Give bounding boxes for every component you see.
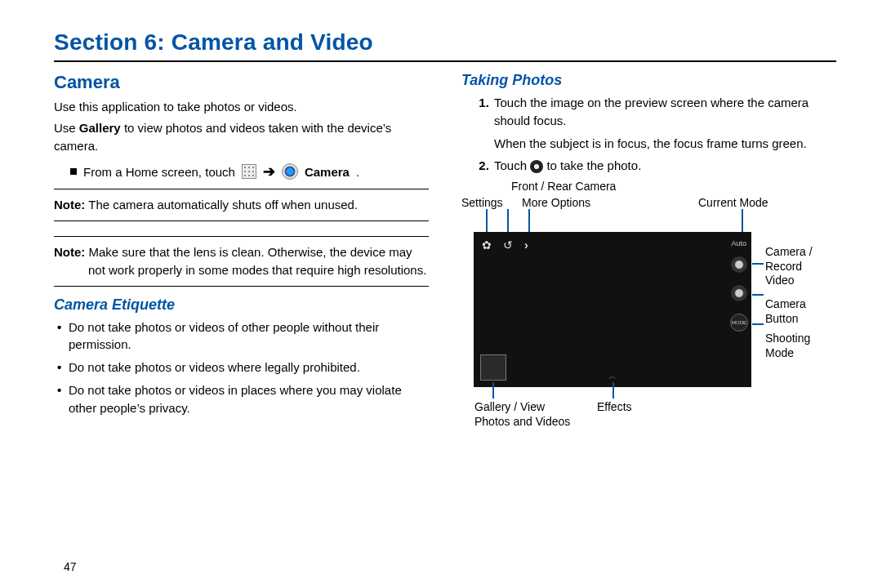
arrow-icon: ➔ — [263, 163, 275, 180]
label-camera-button: Camera Button — [765, 297, 822, 326]
list-item: Do not take photos or videos in places w… — [69, 381, 429, 417]
gear-icon: ✿ — [482, 238, 492, 252]
callout-line — [752, 263, 764, 265]
note1-label: Note: — [54, 198, 85, 212]
mode-indicator: Auto — [731, 239, 746, 247]
record-button-icon — [731, 256, 747, 273]
callout-line — [492, 382, 494, 399]
step2-post: to take the photo. — [546, 158, 641, 172]
chevron-up-icon: ︿ — [608, 371, 617, 382]
rule-1 — [54, 189, 429, 189]
nav-camera-label: Camera — [305, 165, 350, 179]
step-1: Touch the image on the preview screen wh… — [492, 94, 836, 152]
switch-camera-icon: ↺ — [503, 238, 513, 252]
note2-text: Make sure that the lens is clean. Otherw… — [85, 245, 426, 277]
square-bullet-icon — [70, 168, 77, 175]
callout-line — [752, 294, 764, 296]
steps-list: Touch the image on the preview screen wh… — [461, 94, 836, 175]
rule-2 — [54, 220, 429, 221]
camera-app-icon — [282, 163, 298, 180]
page-number: 47 — [64, 560, 77, 573]
rule-4 — [54, 286, 429, 287]
etiquette-list: Do not take photos or videos of other pe… — [54, 318, 429, 417]
label-front-rear: Front / Rear Camera — [511, 180, 616, 194]
camera-preview: ✿ ↺ › Auto MODE ︿ — [474, 232, 751, 387]
step-2: Touch to take the photo. — [492, 157, 836, 175]
label-camera-record: Camera / Record Video — [765, 245, 822, 288]
p2-bold: Gallery — [79, 121, 121, 135]
step1b: When the subject is in focus, the focus … — [494, 135, 836, 153]
note-1: Note: The camera automatically shuts off… — [54, 196, 429, 214]
note1-text: The camera automatically shuts off when … — [85, 198, 358, 212]
section-rule — [54, 60, 836, 62]
rule-3 — [54, 236, 429, 237]
label-current-mode: Current Mode — [698, 196, 768, 211]
section-title: Section 6: Camera and Video — [54, 29, 836, 56]
label-effects: Effects — [597, 400, 632, 415]
shutter-icon — [530, 160, 543, 173]
right-column: Taking Photos Touch the image on the pre… — [461, 72, 836, 425]
label-more-options: More Options — [522, 196, 590, 211]
intro-line-2: Use Gallery to view photos and videos ta… — [54, 119, 429, 155]
apps-icon — [242, 164, 256, 179]
label-shooting-mode: Shooting Mode — [765, 332, 822, 360]
nav-period: . — [356, 165, 359, 179]
mode-button-icon: MODE — [730, 314, 748, 332]
camera-button-icon — [731, 285, 747, 301]
gallery-thumbnail-icon — [480, 354, 506, 381]
callout-line — [752, 323, 764, 325]
subheading-taking-photos: Taking Photos — [461, 72, 836, 89]
list-item: Do not take photos or videos of other pe… — [69, 318, 429, 354]
subheading-etiquette: Camera Etiquette — [54, 296, 429, 314]
label-gallery-view: Gallery / View Photos and Videos — [474, 400, 581, 429]
nav-instruction: From a Home screen, touch ➔ Camera. — [70, 163, 429, 180]
step1a: Touch the image on the preview screen wh… — [494, 96, 808, 127]
intro-line-1: Use this application to take photos or v… — [54, 98, 429, 116]
step2-pre: Touch — [494, 158, 530, 172]
heading-camera: Camera — [54, 72, 429, 93]
note-2: Note: Make sure that the lens is clean. … — [54, 243, 429, 279]
left-column: Camera Use this application to take phot… — [54, 72, 429, 425]
p2-pre: Use — [54, 121, 79, 135]
list-item: Do not take photos or videos where legal… — [69, 359, 429, 376]
note2-label: Note: — [54, 245, 85, 259]
chevron-right-icon: › — [524, 238, 528, 252]
camera-diagram: Front / Rear Camera Settings More Option… — [461, 180, 821, 425]
nav-pre: From a Home screen, touch — [83, 165, 235, 179]
callout-line — [612, 382, 614, 399]
label-settings: Settings — [461, 196, 503, 211]
